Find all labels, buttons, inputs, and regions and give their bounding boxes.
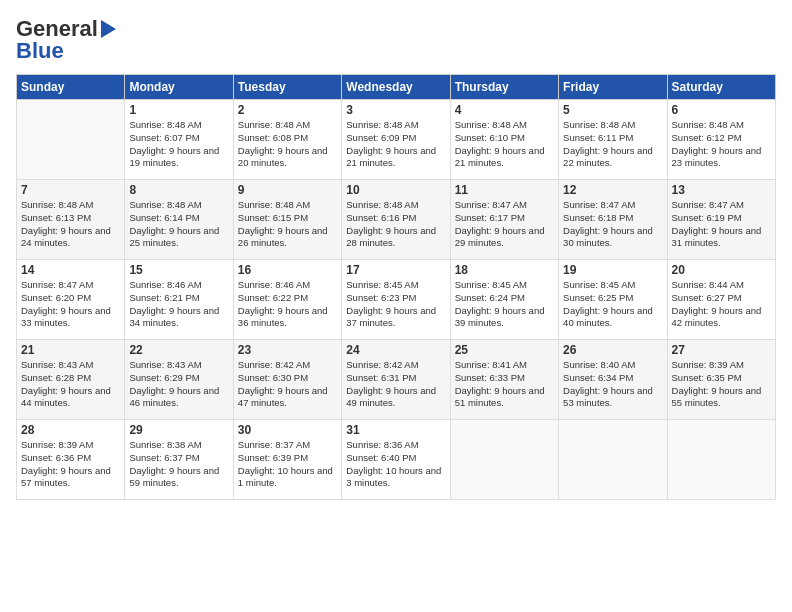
day-number: 13	[672, 183, 771, 197]
day-number: 4	[455, 103, 554, 117]
calendar-cell: 1Sunrise: 8:48 AM Sunset: 6:07 PM Daylig…	[125, 100, 233, 180]
day-number: 30	[238, 423, 337, 437]
day-number: 17	[346, 263, 445, 277]
day-info: Sunrise: 8:48 AM Sunset: 6:11 PM Dayligh…	[563, 119, 662, 170]
calendar-cell: 27Sunrise: 8:39 AM Sunset: 6:35 PM Dayli…	[667, 340, 775, 420]
day-info: Sunrise: 8:48 AM Sunset: 6:07 PM Dayligh…	[129, 119, 228, 170]
calendar-cell	[667, 420, 775, 500]
weekday-header-friday: Friday	[559, 75, 667, 100]
weekday-header-wednesday: Wednesday	[342, 75, 450, 100]
calendar-cell: 14Sunrise: 8:47 AM Sunset: 6:20 PM Dayli…	[17, 260, 125, 340]
day-number: 28	[21, 423, 120, 437]
day-number: 6	[672, 103, 771, 117]
day-info: Sunrise: 8:46 AM Sunset: 6:22 PM Dayligh…	[238, 279, 337, 330]
day-number: 20	[672, 263, 771, 277]
header: General Blue	[16, 16, 776, 64]
day-number: 7	[21, 183, 120, 197]
calendar-cell: 25Sunrise: 8:41 AM Sunset: 6:33 PM Dayli…	[450, 340, 558, 420]
day-info: Sunrise: 8:41 AM Sunset: 6:33 PM Dayligh…	[455, 359, 554, 410]
calendar-cell: 2Sunrise: 8:48 AM Sunset: 6:08 PM Daylig…	[233, 100, 341, 180]
day-info: Sunrise: 8:42 AM Sunset: 6:31 PM Dayligh…	[346, 359, 445, 410]
day-info: Sunrise: 8:42 AM Sunset: 6:30 PM Dayligh…	[238, 359, 337, 410]
day-number: 26	[563, 343, 662, 357]
day-info: Sunrise: 8:36 AM Sunset: 6:40 PM Dayligh…	[346, 439, 445, 490]
day-number: 19	[563, 263, 662, 277]
day-info: Sunrise: 8:37 AM Sunset: 6:39 PM Dayligh…	[238, 439, 337, 490]
day-info: Sunrise: 8:48 AM Sunset: 6:14 PM Dayligh…	[129, 199, 228, 250]
calendar-cell: 22Sunrise: 8:43 AM Sunset: 6:29 PM Dayli…	[125, 340, 233, 420]
calendar-cell	[17, 100, 125, 180]
day-info: Sunrise: 8:48 AM Sunset: 6:12 PM Dayligh…	[672, 119, 771, 170]
day-info: Sunrise: 8:45 AM Sunset: 6:24 PM Dayligh…	[455, 279, 554, 330]
week-row-5: 28Sunrise: 8:39 AM Sunset: 6:36 PM Dayli…	[17, 420, 776, 500]
day-number: 27	[672, 343, 771, 357]
day-number: 10	[346, 183, 445, 197]
calendar-cell: 6Sunrise: 8:48 AM Sunset: 6:12 PM Daylig…	[667, 100, 775, 180]
day-number: 15	[129, 263, 228, 277]
day-info: Sunrise: 8:48 AM Sunset: 6:08 PM Dayligh…	[238, 119, 337, 170]
day-number: 24	[346, 343, 445, 357]
day-info: Sunrise: 8:39 AM Sunset: 6:36 PM Dayligh…	[21, 439, 120, 490]
calendar-cell: 29Sunrise: 8:38 AM Sunset: 6:37 PM Dayli…	[125, 420, 233, 500]
calendar-cell: 5Sunrise: 8:48 AM Sunset: 6:11 PM Daylig…	[559, 100, 667, 180]
weekday-header-tuesday: Tuesday	[233, 75, 341, 100]
logo-arrow-icon	[101, 20, 116, 38]
day-info: Sunrise: 8:47 AM Sunset: 6:20 PM Dayligh…	[21, 279, 120, 330]
day-info: Sunrise: 8:39 AM Sunset: 6:35 PM Dayligh…	[672, 359, 771, 410]
day-info: Sunrise: 8:45 AM Sunset: 6:25 PM Dayligh…	[563, 279, 662, 330]
day-info: Sunrise: 8:44 AM Sunset: 6:27 PM Dayligh…	[672, 279, 771, 330]
day-info: Sunrise: 8:47 AM Sunset: 6:18 PM Dayligh…	[563, 199, 662, 250]
day-info: Sunrise: 8:48 AM Sunset: 6:10 PM Dayligh…	[455, 119, 554, 170]
day-info: Sunrise: 8:48 AM Sunset: 6:16 PM Dayligh…	[346, 199, 445, 250]
day-number: 18	[455, 263, 554, 277]
logo-blue: Blue	[16, 38, 64, 64]
calendar-cell: 21Sunrise: 8:43 AM Sunset: 6:28 PM Dayli…	[17, 340, 125, 420]
week-row-3: 14Sunrise: 8:47 AM Sunset: 6:20 PM Dayli…	[17, 260, 776, 340]
day-number: 22	[129, 343, 228, 357]
day-number: 14	[21, 263, 120, 277]
week-row-1: 1Sunrise: 8:48 AM Sunset: 6:07 PM Daylig…	[17, 100, 776, 180]
day-info: Sunrise: 8:43 AM Sunset: 6:29 PM Dayligh…	[129, 359, 228, 410]
calendar-cell: 18Sunrise: 8:45 AM Sunset: 6:24 PM Dayli…	[450, 260, 558, 340]
calendar-cell: 15Sunrise: 8:46 AM Sunset: 6:21 PM Dayli…	[125, 260, 233, 340]
calendar-cell	[450, 420, 558, 500]
calendar-cell: 24Sunrise: 8:42 AM Sunset: 6:31 PM Dayli…	[342, 340, 450, 420]
calendar-cell: 17Sunrise: 8:45 AM Sunset: 6:23 PM Dayli…	[342, 260, 450, 340]
weekday-header-sunday: Sunday	[17, 75, 125, 100]
calendar-cell: 4Sunrise: 8:48 AM Sunset: 6:10 PM Daylig…	[450, 100, 558, 180]
calendar-cell: 3Sunrise: 8:48 AM Sunset: 6:09 PM Daylig…	[342, 100, 450, 180]
day-number: 2	[238, 103, 337, 117]
calendar-cell: 16Sunrise: 8:46 AM Sunset: 6:22 PM Dayli…	[233, 260, 341, 340]
day-number: 12	[563, 183, 662, 197]
calendar-cell: 30Sunrise: 8:37 AM Sunset: 6:39 PM Dayli…	[233, 420, 341, 500]
weekday-header-monday: Monday	[125, 75, 233, 100]
week-row-2: 7Sunrise: 8:48 AM Sunset: 6:13 PM Daylig…	[17, 180, 776, 260]
day-info: Sunrise: 8:48 AM Sunset: 6:13 PM Dayligh…	[21, 199, 120, 250]
day-number: 16	[238, 263, 337, 277]
calendar-cell: 11Sunrise: 8:47 AM Sunset: 6:17 PM Dayli…	[450, 180, 558, 260]
day-info: Sunrise: 8:48 AM Sunset: 6:09 PM Dayligh…	[346, 119, 445, 170]
calendar-cell: 8Sunrise: 8:48 AM Sunset: 6:14 PM Daylig…	[125, 180, 233, 260]
calendar-cell: 12Sunrise: 8:47 AM Sunset: 6:18 PM Dayli…	[559, 180, 667, 260]
logo: General Blue	[16, 16, 116, 64]
day-number: 9	[238, 183, 337, 197]
day-info: Sunrise: 8:45 AM Sunset: 6:23 PM Dayligh…	[346, 279, 445, 330]
day-number: 29	[129, 423, 228, 437]
day-number: 11	[455, 183, 554, 197]
day-number: 3	[346, 103, 445, 117]
day-number: 25	[455, 343, 554, 357]
day-number: 5	[563, 103, 662, 117]
day-info: Sunrise: 8:40 AM Sunset: 6:34 PM Dayligh…	[563, 359, 662, 410]
calendar-cell: 10Sunrise: 8:48 AM Sunset: 6:16 PM Dayli…	[342, 180, 450, 260]
calendar-cell: 23Sunrise: 8:42 AM Sunset: 6:30 PM Dayli…	[233, 340, 341, 420]
day-info: Sunrise: 8:38 AM Sunset: 6:37 PM Dayligh…	[129, 439, 228, 490]
calendar-container: General Blue SundayMondayTuesdayWednesda…	[0, 0, 792, 508]
day-number: 31	[346, 423, 445, 437]
calendar-cell: 20Sunrise: 8:44 AM Sunset: 6:27 PM Dayli…	[667, 260, 775, 340]
day-info: Sunrise: 8:47 AM Sunset: 6:17 PM Dayligh…	[455, 199, 554, 250]
calendar-cell: 13Sunrise: 8:47 AM Sunset: 6:19 PM Dayli…	[667, 180, 775, 260]
day-info: Sunrise: 8:47 AM Sunset: 6:19 PM Dayligh…	[672, 199, 771, 250]
calendar-cell: 7Sunrise: 8:48 AM Sunset: 6:13 PM Daylig…	[17, 180, 125, 260]
calendar-cell	[559, 420, 667, 500]
day-number: 1	[129, 103, 228, 117]
